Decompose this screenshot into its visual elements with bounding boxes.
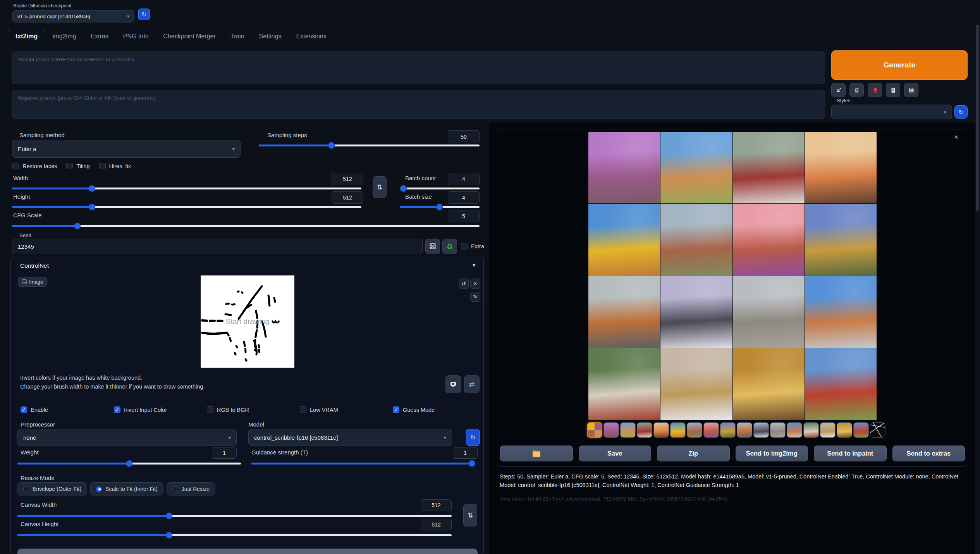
slider-track[interactable] bbox=[400, 188, 480, 189]
tab-Checkpoint Merger[interactable]: Checkpoint Merger bbox=[156, 29, 223, 44]
width-input[interactable] bbox=[332, 173, 363, 185]
thumbnail-13[interactable] bbox=[803, 422, 819, 438]
thumbnail-3[interactable] bbox=[637, 422, 652, 438]
thumbnail-11[interactable] bbox=[770, 422, 786, 438]
collapse-icon[interactable]: ▼ bbox=[471, 262, 476, 268]
weight-slider[interactable] bbox=[17, 460, 241, 467]
canvas-height-input[interactable] bbox=[421, 519, 452, 530]
swap-width-height-button[interactable]: ⇅ bbox=[373, 176, 387, 198]
checkpoint-refresh-button[interactable]: ↻ bbox=[138, 9, 150, 20]
model-refresh-button[interactable]: ↻ bbox=[466, 429, 480, 446]
guidance-strength-slider[interactable] bbox=[251, 460, 472, 467]
slider-handle[interactable] bbox=[436, 204, 443, 210]
slider-track[interactable] bbox=[259, 145, 480, 146]
generated-image-5[interactable] bbox=[588, 204, 660, 275]
thumbnail-6[interactable] bbox=[687, 422, 702, 438]
open-folder-button[interactable] bbox=[500, 446, 573, 461]
send-to-inpaint-button[interactable]: Send to inpaint bbox=[814, 446, 887, 461]
resize-option-scale-to-fit-inner-fit-[interactable]: Scale to Fit (Inner Fit) bbox=[90, 482, 163, 496]
seed-extra-checkbox[interactable]: Extra bbox=[461, 243, 484, 249]
thumbnail-10[interactable] bbox=[753, 422, 769, 438]
slider-track[interactable] bbox=[12, 188, 361, 189]
slider-track[interactable] bbox=[12, 206, 361, 208]
generated-image-14[interactable] bbox=[660, 348, 732, 420]
generated-image-3[interactable] bbox=[733, 132, 805, 203]
checkpoint-dropdown[interactable]: v1-5-pruned.ckpt [e1441589a6] ▾ bbox=[12, 10, 134, 22]
batch-count-slider[interactable] bbox=[400, 185, 480, 192]
thumbnail-8[interactable] bbox=[720, 422, 736, 438]
brush-button[interactable]: ✎ bbox=[470, 292, 480, 302]
slider-handle[interactable] bbox=[126, 460, 132, 467]
generated-image-10[interactable] bbox=[660, 276, 732, 348]
scrollbar-thumb[interactable] bbox=[976, 25, 979, 211]
slider-handle[interactable] bbox=[469, 460, 475, 467]
canvas-height-slider[interactable] bbox=[17, 532, 452, 539]
negative-prompt-input[interactable] bbox=[12, 90, 825, 119]
controlnet-canvas[interactable]: Start drawing bbox=[201, 275, 294, 368]
generated-image-9[interactable] bbox=[588, 276, 660, 348]
tab-Settings[interactable]: Settings bbox=[252, 29, 289, 44]
read-generation-params-button[interactable] bbox=[831, 83, 846, 97]
rgb-to-bgr-checkbox[interactable]: RGB to BGR bbox=[207, 406, 249, 413]
send-to-extras-button[interactable]: Send to extras bbox=[892, 446, 965, 461]
clear-prompt-button[interactable] bbox=[849, 83, 864, 97]
generated-image-11[interactable] bbox=[733, 276, 805, 348]
save-button[interactable]: Save bbox=[579, 446, 652, 461]
generated-image-8[interactable] bbox=[805, 204, 877, 275]
slider-handle[interactable] bbox=[89, 204, 95, 210]
canvas-width-input[interactable] bbox=[421, 499, 452, 511]
canvas-width-slider[interactable] bbox=[17, 512, 452, 519]
generated-image-7[interactable] bbox=[733, 204, 805, 275]
tab-Extensions[interactable]: Extensions bbox=[289, 29, 334, 44]
prompt-input[interactable] bbox=[12, 52, 825, 84]
tab-txt2img[interactable]: txt2img bbox=[8, 29, 45, 44]
reuse-seed-button[interactable]: ♻ bbox=[442, 239, 457, 254]
generated-image-4[interactable] bbox=[805, 132, 877, 203]
slider-handle[interactable] bbox=[89, 185, 95, 192]
page-scrollbar[interactable] bbox=[975, 0, 980, 554]
tab-PNG Info[interactable]: PNG Info bbox=[116, 29, 156, 44]
height-input[interactable] bbox=[332, 191, 363, 204]
tiling-checkbox[interactable]: Tiling bbox=[66, 163, 89, 169]
slider-handle[interactable] bbox=[328, 142, 335, 149]
batch-size-slider[interactable] bbox=[400, 203, 480, 210]
tab-Train[interactable]: Train bbox=[223, 29, 252, 44]
slider-handle[interactable] bbox=[166, 513, 172, 519]
sampling-method-dropdown[interactable]: Euler a ▾ bbox=[12, 140, 241, 158]
slider-track[interactable] bbox=[12, 225, 480, 227]
thumbnail-15[interactable] bbox=[837, 422, 852, 438]
tab-image[interactable]: Image bbox=[18, 277, 47, 287]
thumbnail-5[interactable] bbox=[670, 422, 686, 438]
guess-mode-checkbox[interactable]: ✓Guess Mode bbox=[393, 406, 435, 413]
thumbnail-scribble[interactable] bbox=[870, 422, 885, 438]
sampling-steps-slider[interactable] bbox=[259, 142, 480, 149]
sampling-steps-input[interactable] bbox=[448, 130, 480, 143]
resize-option-just-resize[interactable]: Just Resize bbox=[167, 482, 215, 496]
thumbnail-16[interactable] bbox=[853, 422, 869, 438]
batch-count-input[interactable] bbox=[448, 173, 480, 185]
hires-fix-checkbox[interactable]: Hires. fix bbox=[99, 163, 131, 169]
slider-track[interactable] bbox=[17, 534, 452, 536]
preprocessor-dropdown[interactable]: none ▾ bbox=[17, 429, 237, 446]
weight-input[interactable] bbox=[212, 447, 237, 459]
enable-checkbox[interactable]: ✓Enable bbox=[21, 406, 48, 413]
slider-handle[interactable] bbox=[74, 223, 81, 229]
height-slider[interactable] bbox=[12, 203, 361, 210]
generated-image-1[interactable] bbox=[588, 132, 660, 203]
slider-handle[interactable] bbox=[400, 185, 407, 192]
cfg-scale-slider[interactable] bbox=[12, 222, 480, 229]
seed-input[interactable] bbox=[12, 239, 423, 254]
generated-image-13[interactable] bbox=[588, 348, 660, 420]
resize-option-envelope-outer-fit-[interactable]: Envelope (Outer Fit) bbox=[17, 482, 87, 496]
slider-handle[interactable] bbox=[166, 532, 172, 539]
generated-image-16[interactable] bbox=[805, 348, 877, 420]
gallery-close-icon[interactable]: × bbox=[954, 133, 958, 141]
styles-dropdown[interactable]: ▾ bbox=[831, 105, 952, 119]
apply-styles-button[interactable] bbox=[886, 83, 900, 97]
generate-button[interactable]: Generate bbox=[831, 50, 968, 80]
slider-track[interactable] bbox=[251, 463, 472, 465]
styles-refresh-button[interactable]: ↻ bbox=[954, 105, 968, 119]
batch-size-input[interactable] bbox=[448, 191, 480, 204]
thumbnail-7[interactable] bbox=[703, 422, 719, 438]
swap-canvas-dims-button[interactable]: ⇅ bbox=[463, 504, 477, 526]
